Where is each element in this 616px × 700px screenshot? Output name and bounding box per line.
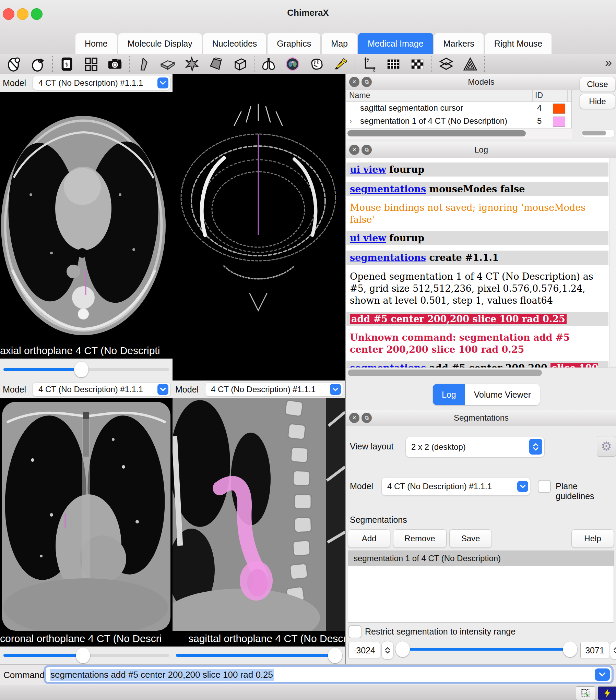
intensity-min-input[interactable]: -3024 bbox=[348, 642, 380, 659]
model-color-swatch[interactable] bbox=[553, 104, 565, 114]
model-row[interactable]: ›segmentation 1 of 4 CT (No Description)… bbox=[346, 115, 571, 128]
mouse-zoom-icon[interactable] bbox=[5, 56, 23, 73]
chevron-down-icon bbox=[517, 481, 528, 492]
tab-map[interactable]: Map bbox=[321, 33, 357, 54]
float-icon[interactable]: ⧉ bbox=[362, 145, 372, 155]
coronal-viewport[interactable] bbox=[0, 398, 173, 631]
help-button[interactable]: Help bbox=[571, 529, 614, 548]
close-icon[interactable]: ✕ bbox=[349, 413, 359, 423]
sagittal-viewport[interactable] bbox=[173, 398, 345, 631]
chevron-down-icon bbox=[157, 384, 168, 395]
view-layout-select[interactable]: 2 x 2 (desktop) bbox=[405, 437, 545, 457]
layers-icon[interactable] bbox=[438, 56, 455, 73]
orthoplanes-icon[interactable] bbox=[183, 56, 200, 73]
remove-segmentation-button[interactable]: Remove bbox=[393, 529, 447, 548]
models-hscrollbar[interactable] bbox=[346, 128, 572, 139]
airways-icon[interactable] bbox=[260, 56, 277, 73]
grid-full-icon[interactable] bbox=[385, 56, 402, 73]
log-hscrollbar[interactable] bbox=[346, 367, 616, 378]
range-min-thumb[interactable] bbox=[395, 641, 410, 657]
view-fourup-icon[interactable] bbox=[82, 56, 99, 73]
gear-icon[interactable]: ⚙ bbox=[597, 436, 616, 457]
sagittal-model-select[interactable]: 4 CT (No Description) #1.1.1 bbox=[205, 382, 343, 397]
log-line: segmentations create #1.1.1 bbox=[346, 251, 608, 265]
model-row[interactable]: sagittal segmentation cursor4 bbox=[346, 102, 571, 115]
seg-model-select[interactable]: 4 CT (No Description) #1.1.1 bbox=[381, 477, 530, 496]
log-vscrollbar[interactable] bbox=[609, 158, 616, 366]
sagittal-slider-thumb[interactable] bbox=[328, 648, 342, 663]
column-name[interactable]: Name bbox=[349, 91, 370, 100]
segmentations-panel-title: Segmentations bbox=[346, 410, 616, 426]
intensity-max-stepper[interactable] bbox=[610, 641, 616, 660]
tab-nucleotides[interactable]: Nucleotides bbox=[203, 33, 267, 54]
tab-right-mouse[interactable]: Right Mouse bbox=[485, 33, 552, 54]
close-icon[interactable]: ✕ bbox=[349, 145, 359, 155]
box-outline-icon[interactable] bbox=[231, 56, 248, 73]
lightning-icon[interactable] bbox=[598, 686, 616, 700]
tab-home[interactable]: Home bbox=[75, 33, 117, 54]
intensity-min-stepper[interactable] bbox=[381, 641, 394, 660]
mouse-lasso-icon[interactable] bbox=[29, 56, 47, 73]
close-model-button[interactable]: Close bbox=[580, 77, 615, 92]
model-color-swatch[interactable] bbox=[553, 117, 565, 127]
side-panels: ✕ ⧉ Models Name ID sagittal segmentation… bbox=[345, 74, 616, 664]
log-command-link[interactable]: ui view bbox=[350, 164, 386, 175]
restrict-intensity-checkbox[interactable] bbox=[348, 625, 362, 638]
snapshot-icon[interactable] bbox=[106, 56, 123, 73]
hide-model-button[interactable]: Hide bbox=[580, 94, 615, 109]
save-segmentation-button[interactable]: Save bbox=[449, 529, 492, 548]
coronal-slider-thumb[interactable] bbox=[76, 648, 90, 663]
tab-graphics[interactable]: Graphics bbox=[267, 33, 321, 54]
command-history-chevron[interactable] bbox=[595, 668, 610, 681]
selection-resize-icon[interactable] bbox=[576, 686, 595, 700]
sagittal-slice-slider[interactable] bbox=[173, 647, 345, 664]
segmentation-list-item[interactable]: segmentation 1 of 4 CT (No Description) bbox=[348, 551, 614, 566]
medical-image-icon[interactable]: ⚕ bbox=[58, 56, 75, 73]
chevron-down-icon bbox=[330, 384, 341, 395]
command-input[interactable]: segmentations add #5 center 200,200 slic… bbox=[45, 667, 612, 683]
brain-icon[interactable] bbox=[308, 56, 325, 73]
axial-model-bar: Model 4 CT (No Description) #1.1.1 bbox=[0, 74, 173, 92]
add-segmentation-button[interactable]: Add bbox=[348, 529, 390, 548]
plane-icon[interactable] bbox=[135, 56, 152, 73]
float-icon[interactable]: ⧉ bbox=[362, 413, 372, 423]
coronal-view-label: coronal orthoplane 4 CT (No Descri bbox=[0, 633, 188, 644]
axial-model-select[interactable]: 4 CT (No Description) #1.1.1 bbox=[33, 76, 170, 90]
3d-viewport[interactable] bbox=[173, 74, 345, 381]
models-side-scrollbar[interactable] bbox=[581, 130, 615, 137]
plane-guidelines-checkbox[interactable] bbox=[538, 480, 551, 493]
ct-color-icon[interactable] bbox=[284, 56, 301, 73]
log-command-link[interactable]: segmentations bbox=[350, 252, 426, 263]
sagittal-model-bar: Model 4 CT (No Description) #1.1.1 bbox=[173, 381, 345, 398]
log-line: segmentations mouseModes false bbox=[346, 182, 608, 196]
surface-pyramid-icon[interactable] bbox=[462, 56, 479, 73]
tab-volume-viewer[interactable]: Volume Viewer bbox=[465, 384, 540, 405]
axial-slider-thumb[interactable] bbox=[74, 362, 88, 377]
tab-medical-image[interactable]: Medical Image bbox=[358, 33, 433, 54]
volume-icon[interactable] bbox=[207, 56, 224, 73]
mouse-draw-icon[interactable] bbox=[332, 56, 349, 73]
log-command-link[interactable]: ui view bbox=[350, 233, 386, 243]
range-max-thumb[interactable] bbox=[563, 641, 577, 657]
close-icon[interactable]: ✕ bbox=[349, 77, 359, 87]
axial-view-label: axial orthoplane 4 CT (No Descripti bbox=[0, 345, 160, 357]
intensity-max-input[interactable]: 3071 bbox=[580, 642, 609, 659]
sagittal-view-label: sagittal orthoplane 4 CT (No Descri bbox=[188, 633, 345, 644]
slab-icon[interactable] bbox=[159, 56, 176, 73]
tab-markers[interactable]: Markers bbox=[434, 33, 484, 54]
axes-icon[interactable]: yx bbox=[361, 56, 378, 73]
toolbar-overflow-chevron[interactable]: » bbox=[605, 56, 612, 70]
tab-log[interactable]: Log bbox=[433, 384, 465, 405]
coronal-slice-slider[interactable] bbox=[0, 647, 173, 664]
tab-molecule-display[interactable]: Molecule Display bbox=[118, 33, 202, 54]
log-command-link[interactable]: segmentations bbox=[350, 184, 426, 194]
float-icon[interactable]: ⧉ bbox=[362, 77, 372, 87]
models-panel-header: ✕ ⧉ Models bbox=[346, 74, 616, 90]
column-id[interactable]: ID bbox=[535, 91, 543, 100]
axial-viewport[interactable] bbox=[0, 92, 173, 343]
intensity-range-slider[interactable] bbox=[397, 640, 576, 658]
coronal-model-select[interactable]: 4 CT (No Description) #1.1.1 bbox=[33, 382, 170, 397]
segmentations-panel-header: ✕ ⧉ Segmentations bbox=[346, 410, 616, 426]
axial-slice-slider[interactable] bbox=[0, 359, 173, 381]
grid-sparse-icon[interactable] bbox=[409, 56, 426, 73]
